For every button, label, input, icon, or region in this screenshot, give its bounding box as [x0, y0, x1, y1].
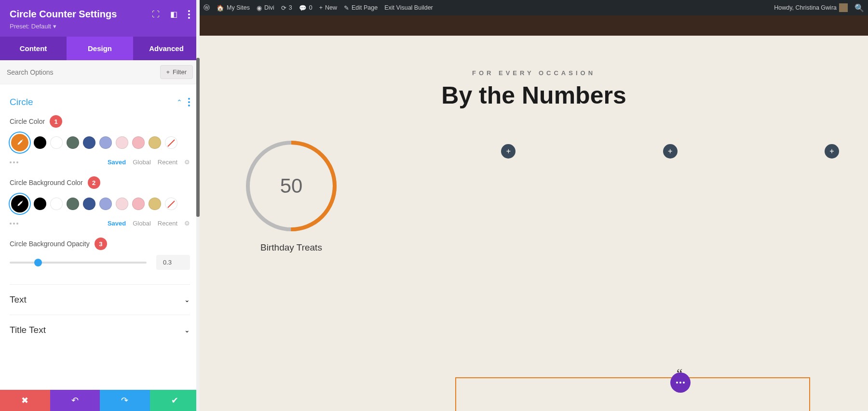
slider-thumb[interactable]: [34, 259, 42, 266]
add-module-button[interactable]: +: [501, 144, 515, 159]
palette-saved[interactable]: Saved: [108, 220, 126, 227]
wp-adminbar: ⓦ 🏠 My Sites ◉ Divi ⟳ 3 💬 0 + New ✎ Edit…: [200, 0, 868, 15]
swatch-navy[interactable]: [83, 136, 95, 149]
scrollbar-thumb[interactable]: [196, 58, 200, 217]
palette-more-icon[interactable]: [10, 161, 18, 163]
swatch-pink[interactable]: [132, 136, 145, 149]
palette-global[interactable]: Global: [133, 159, 151, 166]
new-content[interactable]: + New: [319, 4, 337, 11]
circle-bg-color-label: Circle Background Color: [10, 179, 83, 186]
cancel-button[interactable]: ✖: [0, 390, 50, 411]
counter-module[interactable]: 50 Birthday Treats: [229, 138, 354, 253]
headline: By the Numbers: [229, 81, 839, 109]
exit-visual-builder[interactable]: Exit Visual Builder: [384, 4, 433, 11]
updates[interactable]: ⟳ 3: [281, 4, 292, 12]
scrollbar[interactable]: [196, 0, 200, 411]
swatch-none[interactable]: [165, 136, 177, 149]
divi-menu[interactable]: ◉ Divi: [257, 4, 274, 12]
chevron-down-icon: ⌄: [184, 296, 190, 304]
section-title: Text: [10, 294, 27, 305]
sidebar-title: Circle Counter Settings: [10, 9, 117, 20]
swatch-lightpink[interactable]: [116, 136, 128, 149]
snap-icon[interactable]: ◧: [170, 10, 177, 19]
save-button[interactable]: ✔: [150, 390, 200, 411]
my-sites[interactable]: 🏠 My Sites: [217, 4, 250, 12]
section-actions-fab[interactable]: [670, 372, 691, 393]
circle-color-label: Circle Color: [10, 118, 45, 125]
search-icon[interactable]: 🔍: [854, 3, 864, 13]
annotation-badge-2: 2: [88, 176, 100, 189]
swatch-gold[interactable]: [149, 136, 161, 149]
field-circle-bg-color: Circle Background Color 2 Saved: [10, 176, 190, 230]
howdy-user[interactable]: Howdy, Christina Gwira: [774, 3, 848, 12]
circle-bg-opacity-label: Circle Background Opacity: [10, 240, 90, 248]
section-text-head[interactable]: Text ⌄: [10, 284, 190, 315]
chevron-down-icon: ⌄: [184, 326, 190, 334]
eyedropper-icon: [15, 199, 24, 208]
section-more-icon[interactable]: [188, 98, 190, 106]
swatch-white[interactable]: [50, 136, 63, 149]
eyedropper-icon: [15, 138, 24, 147]
footer-bar: ✖ ↶ ↷ ✔: [0, 390, 200, 411]
tabs: Content Design Advanced: [0, 37, 200, 60]
swatch-black[interactable]: [34, 136, 46, 149]
opacity-slider[interactable]: [10, 262, 147, 264]
swatch-green[interactable]: [67, 136, 79, 149]
section-title-text-head[interactable]: Title Text ⌄: [10, 315, 190, 345]
swatch-green[interactable]: [67, 198, 79, 210]
eyebrow-text: FOR EVERY OCCASION: [229, 69, 839, 77]
avatar: [839, 3, 848, 12]
add-module-button[interactable]: +: [663, 144, 678, 159]
opacity-value[interactable]: 0.3: [156, 255, 190, 270]
palette-recent[interactable]: Recent: [158, 220, 177, 227]
swatch-white[interactable]: [50, 198, 63, 210]
preset-selector[interactable]: Preset: Default ▾: [10, 23, 190, 30]
palette-saved[interactable]: Saved: [108, 159, 126, 166]
annotation-badge-3: 3: [95, 238, 107, 250]
more-icon[interactable]: [188, 10, 190, 19]
comments[interactable]: 💬 0: [299, 4, 312, 12]
swatch-selected-picker[interactable]: [10, 133, 30, 153]
page-preview: FOR EVERY OCCASION By the Numbers 50 Bir…: [200, 36, 868, 411]
search-row: + Filter: [0, 60, 200, 84]
section-circle-head[interactable]: Circle ⌃: [10, 92, 190, 115]
swatch-periwinkle[interactable]: [99, 198, 112, 210]
sidebar-header: Circle Counter Settings ⛶ ◧ Preset: Defa…: [0, 0, 200, 37]
swatch-pink[interactable]: [132, 198, 145, 210]
settings-sidebar: Circle Counter Settings ⛶ ◧ Preset: Defa…: [0, 0, 200, 411]
filter-button[interactable]: + Filter: [160, 65, 193, 79]
swatch-selected-picker-bg[interactable]: [10, 194, 30, 214]
filter-label: Filter: [173, 68, 187, 76]
palette-footer-2: Saved Global Recent ⚙: [10, 218, 190, 230]
search-input[interactable]: [7, 68, 155, 76]
chevron-up-icon[interactable]: ⌃: [176, 98, 182, 106]
wp-logo-icon[interactable]: ⓦ: [203, 4, 210, 12]
section-title: Title Text: [10, 325, 46, 335]
tab-advanced[interactable]: Advanced: [133, 37, 200, 60]
tab-design[interactable]: Design: [67, 37, 133, 60]
counters-row: 50 Birthday Treats + + +: [229, 138, 839, 253]
tab-content[interactable]: Content: [0, 37, 67, 60]
palette-more-icon[interactable]: [10, 223, 18, 225]
circle-color-swatches: [10, 133, 190, 153]
circle-bg-swatches: [10, 194, 190, 214]
palette-footer-1: Saved Global Recent ⚙: [10, 157, 190, 169]
swatch-navy[interactable]: [83, 198, 95, 210]
expand-icon[interactable]: ⛶: [152, 10, 160, 19]
undo-button[interactable]: ↶: [50, 390, 100, 411]
swatch-none[interactable]: [165, 198, 177, 210]
redo-button[interactable]: ↷: [100, 390, 150, 411]
field-circle-bg-opacity: Circle Background Opacity 3 0.3: [10, 238, 190, 270]
palette-recent[interactable]: Recent: [158, 159, 177, 166]
palette-global[interactable]: Global: [133, 220, 151, 227]
swatch-black[interactable]: [34, 198, 46, 210]
gear-icon[interactable]: ⚙: [184, 220, 190, 227]
section-outline[interactable]: [455, 377, 810, 411]
hero-background-strip: [200, 15, 868, 36]
swatch-periwinkle[interactable]: [99, 136, 112, 149]
swatch-lightpink[interactable]: [116, 198, 128, 210]
add-module-button[interactable]: +: [825, 144, 839, 159]
edit-page[interactable]: ✎ Edit Page: [344, 4, 378, 12]
gear-icon[interactable]: ⚙: [184, 159, 190, 166]
swatch-gold[interactable]: [149, 198, 161, 210]
